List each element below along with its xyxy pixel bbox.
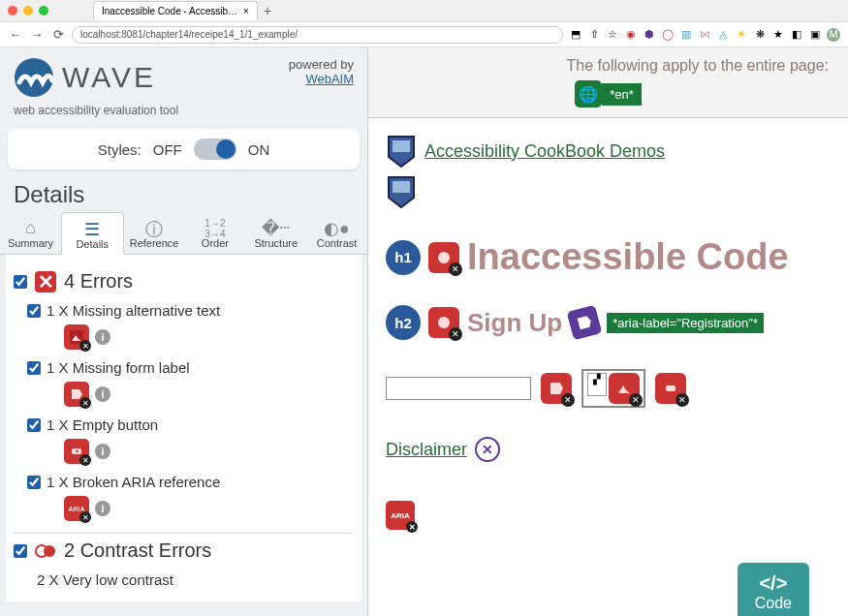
h2-badge[interactable]: h2 (386, 305, 421, 340)
page-banner: The following apply to the entire page: … (368, 47, 848, 118)
ext-icon[interactable]: ❋ (753, 28, 767, 42)
item-checkbox[interactable] (27, 304, 41, 318)
page-content: The following apply to the entire page: … (368, 47, 848, 616)
ext-icon[interactable]: ▣ (808, 28, 822, 42)
info-icon[interactable]: i (95, 501, 110, 516)
ext-icon[interactable]: ★ (771, 28, 785, 42)
disclaimer-link[interactable]: Disclaimer (386, 440, 467, 460)
item-checkbox[interactable] (27, 418, 41, 432)
ext-icon[interactable]: ⬢ (643, 28, 656, 42)
info-icon[interactable]: i (95, 386, 110, 402)
info-icon[interactable]: i (95, 444, 110, 459)
empty-button-error-icon[interactable]: ✶ (64, 439, 89, 464)
browser-tab[interactable]: Inaccessible Code - Accessib… × (93, 1, 258, 20)
errors-checkbox[interactable] (14, 275, 27, 289)
ext-icon[interactable]: ⋈ (698, 28, 711, 42)
contrast-badge-icon (35, 540, 56, 562)
contrast-item-label: 2 X Very low contrast (37, 571, 173, 588)
extension-icons: ⬒ ⇧ ☆ ◉ ⬢ ◯ ▥ ⋈ ◬ ☀ ❋ ★ ◧ ▣ M (569, 28, 840, 42)
tab-reference[interactable]: ⓘReference (124, 212, 185, 254)
item-checkbox[interactable] (27, 361, 41, 375)
alt-text-error-icon[interactable] (64, 324, 89, 350)
demos-link[interactable]: Accessibility CookBook Demos (424, 141, 665, 162)
svg-rect-7 (393, 140, 410, 152)
svg-point-9 (438, 252, 450, 263)
aria-label-text: *aria-label="Registration"* (607, 313, 764, 333)
styles-toggle[interactable] (194, 139, 236, 160)
error-item-label: 1 X Empty button (47, 416, 158, 433)
tab-order[interactable]: 1→23→4Order (184, 212, 245, 254)
ext-icon[interactable]: ◬ (716, 28, 730, 42)
styles-label: Styles: (98, 141, 141, 158)
wave-sidebar: WAVE powered by WebAIM web accessibility… (0, 47, 368, 616)
ext-icon[interactable]: ⬒ (569, 28, 582, 42)
aria-broken-icon[interactable]: ARIA (386, 501, 415, 530)
address-text: localhost:8081/chapter14/receipe14_1/1_e… (80, 29, 298, 40)
tab-summary[interactable]: ⌂Summary (0, 212, 61, 254)
contrast-error-icon[interactable] (428, 242, 459, 273)
tab-structure[interactable]: �ⵈStructure (245, 212, 306, 254)
ext-icon[interactable]: ☀ (735, 28, 748, 42)
alt-text-error-icon (609, 373, 640, 404)
ext-icon[interactable]: ◯ (661, 28, 675, 42)
tab-details[interactable]: ☰Details (61, 212, 124, 255)
code-label: Code (755, 595, 792, 612)
wave-logo-icon (14, 57, 54, 98)
banner-text: The following apply to the entire page: (388, 57, 829, 75)
forward-button[interactable]: → (29, 27, 45, 42)
info-icon: ⓘ (126, 218, 183, 237)
aria-error-icon[interactable]: ARIA (64, 496, 89, 521)
ext-icon[interactable]: ☆ (606, 28, 619, 42)
tab-title: Inaccessible Code - Accessib… (102, 6, 237, 16)
window-close-icon[interactable] (8, 6, 17, 15)
contrast-heading: 2 Contrast Errors (64, 539, 211, 562)
page-h1: Inaccessible Code (467, 236, 789, 278)
error-item-label: 1 X Broken ARIA reference (47, 474, 220, 490)
new-tab-button[interactable]: + (264, 3, 271, 18)
form-text-input[interactable] (386, 377, 531, 400)
form-label-error-icon[interactable] (64, 382, 89, 407)
item-checkbox[interactable] (27, 476, 41, 489)
svg-rect-12 (666, 385, 675, 391)
shield-icon (386, 174, 417, 209)
shield-icon (386, 134, 417, 169)
form-label-error-icon[interactable] (541, 373, 572, 404)
contrast-error-icon[interactable] (428, 307, 459, 338)
powered-by-label: powered by (289, 57, 354, 72)
code-panel-button[interactable]: </> Code (738, 563, 809, 616)
language-badge[interactable]: 🌐 *en* (575, 80, 642, 108)
address-bar[interactable]: localhost:8081/chapter14/receipe14_1/1_e… (72, 26, 563, 44)
ext-icon[interactable]: ▥ (679, 28, 693, 42)
ext-icon[interactable]: M (827, 28, 840, 42)
sidebar-tabs: ⌂Summary ☰Details ⓘReference 1→23→4Order… (0, 212, 367, 255)
broken-image-group[interactable]: ▞ (581, 369, 645, 408)
tab-contrast[interactable]: ◐●Contrast (306, 212, 367, 254)
h1-badge[interactable]: h1 (386, 240, 421, 275)
window-minimize-icon[interactable] (23, 6, 33, 15)
wave-subtitle: web accessibility evaluation tool (0, 104, 367, 125)
tab-close-icon[interactable]: × (243, 6, 249, 16)
back-button[interactable]: ← (8, 27, 23, 42)
reload-button[interactable]: ⟳ (50, 27, 66, 42)
empty-button-error-icon[interactable] (655, 373, 686, 404)
styles-off-label: OFF (153, 141, 182, 158)
window-maximize-icon[interactable] (39, 6, 48, 15)
aria-tag-icon[interactable] (567, 305, 603, 341)
wave-logo: WAVE (14, 57, 156, 98)
svg-rect-8 (393, 181, 410, 193)
ext-icon[interactable]: ◉ (624, 28, 638, 42)
svg-point-6 (44, 545, 55, 557)
svg-text:✶: ✶ (75, 448, 79, 454)
home-icon: ⌂ (2, 218, 59, 237)
details-panel: ✕ 4 Errors 1 X Missing alternative text … (6, 255, 361, 601)
ext-icon[interactable]: ◧ (790, 28, 803, 42)
broken-img-icon: ▞ (587, 373, 607, 396)
code-symbol: </> (755, 572, 792, 595)
contrast-icon: ◐● (308, 218, 365, 237)
webaim-link[interactable]: WebAIM (305, 72, 354, 86)
redundant-link-icon[interactable]: ✕ (475, 437, 500, 462)
contrast-checkbox[interactable] (14, 544, 27, 558)
ext-icon[interactable]: ⇧ (587, 28, 601, 42)
errors-heading: 4 Errors (64, 270, 133, 293)
info-icon[interactable]: i (95, 329, 110, 345)
